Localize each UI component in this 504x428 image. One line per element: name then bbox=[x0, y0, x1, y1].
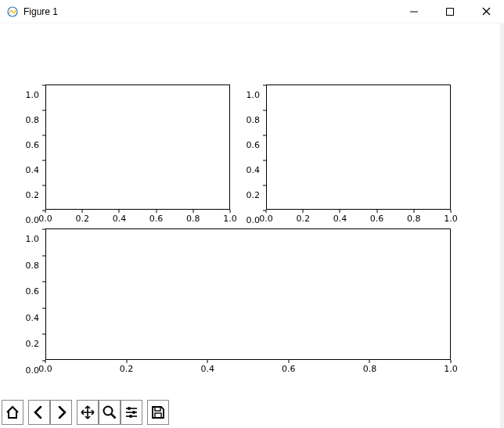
pan-button[interactable] bbox=[77, 400, 99, 425]
maximize-button[interactable] bbox=[432, 0, 468, 23]
svg-point-11 bbox=[132, 411, 135, 414]
minimize-button[interactable] bbox=[396, 0, 432, 23]
plot-area bbox=[266, 85, 451, 210]
ytick-label: 0.8 bbox=[26, 115, 40, 125]
xtick-label: 0.8 bbox=[407, 214, 421, 224]
xtick-mark bbox=[119, 210, 120, 213]
window-title: Figure 1 bbox=[23, 6, 396, 17]
axes-bottom: 0.00.20.40.60.81.00.00.20.40.60.81.0 bbox=[45, 228, 451, 360]
xtick-mark bbox=[369, 360, 370, 363]
xtick-label: 0.4 bbox=[333, 214, 347, 224]
ytick-label: 0.4 bbox=[247, 165, 261, 175]
axes-top-right: 0.00.20.40.60.81.00.00.20.40.60.81.0 bbox=[266, 85, 451, 210]
plot-area bbox=[45, 228, 451, 360]
xtick-label: 1.0 bbox=[223, 214, 237, 224]
ytick-label: 0.6 bbox=[26, 140, 40, 150]
ytick-mark bbox=[42, 308, 45, 308]
ytick-label: 0.6 bbox=[247, 140, 261, 150]
xtick-label: 0.2 bbox=[120, 364, 134, 374]
ytick-label: 1.0 bbox=[26, 90, 40, 100]
xtick-label: 0.0 bbox=[38, 364, 52, 374]
svg-point-5 bbox=[104, 407, 113, 415]
xtick-label: 0.8 bbox=[186, 214, 200, 224]
xtick-mark bbox=[193, 210, 193, 213]
xtick-mark bbox=[288, 360, 289, 363]
ytick-mark bbox=[263, 160, 266, 161]
ytick-mark bbox=[42, 185, 45, 186]
save-button[interactable] bbox=[147, 400, 169, 425]
xtick-mark bbox=[156, 210, 157, 213]
ytick-mark bbox=[42, 361, 45, 361]
ytick-label: 0.0 bbox=[26, 215, 40, 225]
titlebar: Figure 1 bbox=[0, 0, 504, 23]
back-button[interactable] bbox=[28, 400, 50, 425]
ytick-mark bbox=[42, 85, 45, 86]
xtick-label: 0.6 bbox=[149, 214, 164, 224]
ytick-mark bbox=[42, 210, 45, 211]
ytick-mark bbox=[42, 229, 45, 230]
ytick-label: 0.6 bbox=[26, 286, 40, 297]
ytick-label: 0.4 bbox=[26, 312, 40, 322]
ytick-mark bbox=[42, 334, 45, 335]
ytick-mark bbox=[263, 135, 266, 136]
ytick-mark bbox=[42, 135, 45, 136]
svg-point-12 bbox=[129, 415, 132, 418]
xtick-mark bbox=[340, 210, 340, 213]
ytick-label: 0.0 bbox=[26, 365, 40, 376]
ytick-label: 1.0 bbox=[26, 234, 40, 244]
ytick-mark bbox=[42, 160, 45, 161]
navigation-toolbar bbox=[2, 399, 169, 426]
xtick-mark bbox=[376, 210, 377, 213]
plot-area bbox=[45, 85, 230, 210]
configure-subplots-button[interactable] bbox=[121, 400, 142, 425]
xtick-mark bbox=[303, 210, 304, 213]
svg-point-10 bbox=[128, 407, 131, 410]
ytick-mark bbox=[263, 210, 266, 211]
xtick-label: 0.0 bbox=[38, 214, 52, 224]
xtick-label: 0.2 bbox=[296, 214, 310, 224]
ytick-label: 1.0 bbox=[247, 90, 261, 100]
xtick-label: 0.0 bbox=[259, 214, 273, 224]
figure-canvas[interactable]: 0.00.20.40.60.81.00.00.20.40.60.81.0 0.0… bbox=[0, 23, 504, 397]
zoom-button[interactable] bbox=[99, 400, 121, 425]
close-button[interactable] bbox=[468, 0, 504, 23]
ytick-mark bbox=[42, 110, 45, 111]
xtick-label: 1.0 bbox=[444, 214, 458, 224]
axes-top-left: 0.00.20.40.60.81.00.00.20.40.60.81.0 bbox=[45, 85, 230, 210]
ytick-label: 0.2 bbox=[26, 190, 40, 200]
forward-button[interactable] bbox=[50, 400, 72, 425]
ytick-label: 0.8 bbox=[247, 115, 261, 125]
ytick-mark bbox=[263, 185, 266, 186]
app-icon bbox=[6, 5, 19, 18]
ytick-label: 0.0 bbox=[247, 215, 261, 225]
ytick-label: 0.8 bbox=[26, 260, 40, 270]
xtick-label: 0.4 bbox=[200, 364, 214, 374]
xtick-mark bbox=[451, 210, 452, 213]
svg-rect-2 bbox=[447, 8, 454, 15]
xtick-mark bbox=[82, 210, 83, 213]
xtick-label: 0.2 bbox=[75, 214, 89, 224]
xtick-mark bbox=[413, 210, 414, 213]
xtick-mark bbox=[126, 360, 127, 363]
svg-rect-14 bbox=[155, 413, 161, 418]
ytick-mark bbox=[42, 282, 45, 282]
ytick-mark bbox=[42, 255, 45, 256]
xtick-label: 0.4 bbox=[113, 214, 127, 224]
home-button[interactable] bbox=[2, 400, 23, 425]
xtick-label: 0.8 bbox=[363, 364, 377, 374]
xtick-label: 0.6 bbox=[370, 214, 384, 224]
xtick-mark bbox=[451, 360, 452, 363]
ytick-label: 0.2 bbox=[247, 190, 261, 200]
ytick-label: 0.2 bbox=[26, 339, 40, 349]
xtick-label: 1.0 bbox=[444, 364, 458, 374]
ytick-mark bbox=[263, 85, 266, 86]
xtick-mark bbox=[230, 210, 231, 213]
ytick-label: 0.4 bbox=[26, 165, 40, 175]
ytick-mark bbox=[263, 110, 266, 111]
svg-line-6 bbox=[111, 414, 115, 418]
xtick-mark bbox=[207, 360, 208, 363]
scrollbar-edge bbox=[500, 23, 504, 428]
xtick-label: 0.6 bbox=[282, 364, 296, 374]
